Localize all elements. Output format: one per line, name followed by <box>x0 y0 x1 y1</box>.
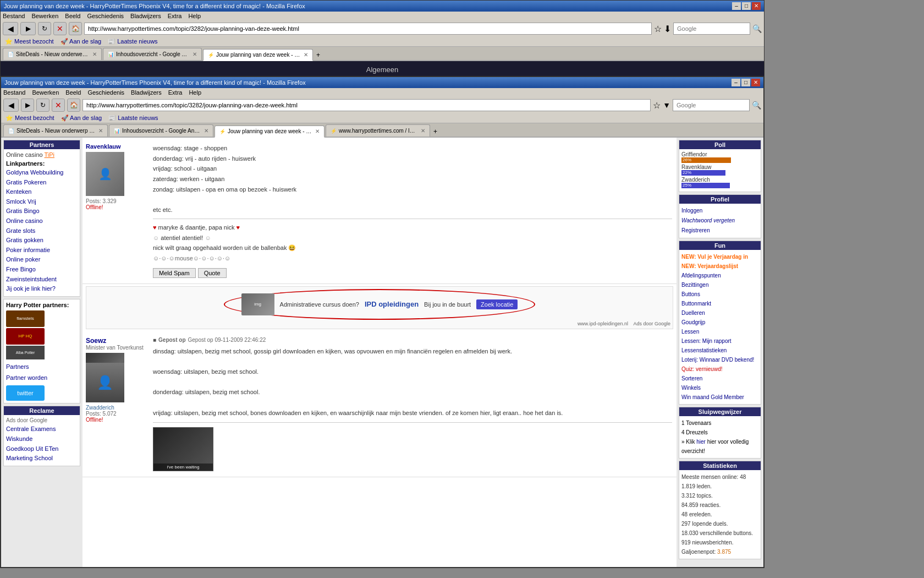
tab-hpt-close-bg[interactable]: ✕ <box>304 52 308 58</box>
menu-bestand-fg[interactable]: Bestand <box>3 89 25 96</box>
stop-btn-fg[interactable]: ✕ <box>52 99 65 112</box>
reload-btn[interactable]: ↻ <box>38 22 51 35</box>
bookmark-star-bg[interactable]: ☆ <box>654 24 662 34</box>
bookmark-aan-de-slag-bg[interactable]: 🚀 Aan de slag <box>61 38 102 45</box>
new-tab-btn-bg[interactable]: + <box>314 50 322 60</box>
reload-btn-fg[interactable]: ↻ <box>36 99 50 112</box>
minimize-btn[interactable]: – <box>732 79 740 86</box>
bookmark-laatste-nieuws-bg[interactable]: 📰 Laatste nieuws <box>108 38 157 45</box>
fun-afdelingspunten[interactable]: Afdelingspunten <box>681 271 758 280</box>
bookmark-meest-bezocht[interactable]: ⭐ Meest bezocht <box>6 114 54 122</box>
bg-minimize-btn[interactable]: – <box>732 2 741 10</box>
search-box-bg[interactable] <box>673 23 750 35</box>
bg-maximize-btn[interactable]: □ <box>742 2 751 10</box>
link-online-poker[interactable]: Online poker <box>6 255 78 265</box>
forward-btn-fg[interactable]: ▶ <box>21 99 34 112</box>
fun-quiz[interactable]: Quiz: vernieuwd! <box>681 364 758 374</box>
tab-analytics[interactable]: 📊 Inhoudsoverzicht - Google Analytics ✕ <box>109 124 213 137</box>
back-btn[interactable]: ◀ <box>3 22 18 35</box>
link-goedkoop[interactable]: Goedkoop Uit ETen <box>6 444 78 454</box>
stop-btn[interactable]: ✕ <box>53 22 67 35</box>
tab-hpt-bg[interactable]: ⚡ Jouw planning van deze week - H... ✕ <box>203 49 313 61</box>
wachtwoord-link[interactable]: Wachtwoord vergeten <box>681 216 758 226</box>
link-gratis-pokeren[interactable]: Gratis Pokeren <box>6 178 78 188</box>
bookmark-aan-de-slag[interactable]: 🚀 Aan de slag <box>61 114 102 122</box>
bookmark-star2-bg[interactable]: ⬇ <box>664 24 671 34</box>
link-poker-info[interactable]: Poker informatie <box>6 246 78 255</box>
new-tab-btn[interactable]: + <box>431 127 439 137</box>
menu-help[interactable]: Help <box>188 13 201 19</box>
search-box[interactable] <box>673 99 750 111</box>
link-gratis-bingo[interactable]: Gratis Bingo <box>6 206 78 216</box>
link-jij-ook[interactable]: Jij ook je link hier? <box>6 284 78 294</box>
fun-duelleren[interactable]: Duelleren <box>681 308 758 318</box>
home-btn-fg[interactable]: 🏠 <box>67 99 80 112</box>
slui-hier-link[interactable]: hier <box>696 439 706 445</box>
search-icon-bg[interactable]: 🔍 <box>752 24 762 33</box>
tab-analytics-close-bg[interactable]: ✕ <box>193 51 197 57</box>
link-kenteken[interactable]: Kenteken <box>6 187 78 197</box>
search-icon[interactable]: 🔍 <box>752 101 761 110</box>
ad-banner[interactable]: img Administratieve cursus doen? IPD opl… <box>224 289 536 320</box>
tab-localh[interactable]: ⚡ www.harrypottertimes.com / localh... ✕ <box>326 124 430 137</box>
menu-extra[interactable]: Extra <box>168 13 182 19</box>
tab-localh-close[interactable]: ✕ <box>421 128 425 134</box>
link-online-casino[interactable]: Online casino <box>6 216 78 226</box>
fun-winkels[interactable]: Winkels <box>681 383 758 392</box>
tab-analytics-bg[interactable]: 📊 Inhoudsoverzicht - Google Analytics ✕ <box>103 48 202 60</box>
link-zweinsteintstudent[interactable]: Zweinsteintstudent <box>6 275 78 285</box>
link-centrale-examens[interactable]: Centrale Examens <box>6 424 78 434</box>
menu-help-fg[interactable]: Help <box>189 89 201 96</box>
fun-new2[interactable]: NEW: Verjaardagslijst <box>681 261 758 271</box>
menu-geschiedenis-fg[interactable]: Geschiedenis <box>87 89 124 96</box>
bookmark-meest-bezocht-bg[interactable]: ⭐ Meest bezocht <box>5 38 54 45</box>
fun-buttonmarkt[interactable]: Buttonmarkt <box>681 299 758 308</box>
menu-beeld[interactable]: Beeld <box>65 13 80 19</box>
menu-bewerken[interactable]: Bewerken <box>31 13 58 19</box>
quote-btn[interactable]: Quote <box>198 268 227 278</box>
meld-spam-btn[interactable]: Meld Spam <box>153 268 196 278</box>
close-btn[interactable]: ✕ <box>751 79 760 86</box>
link-gratis-gokken[interactable]: Gratis gokken <box>6 236 78 246</box>
tab-sitedeals[interactable]: 📄 SiteDeals - Nieuw onderwerp posten ✕ <box>3 124 108 137</box>
back-btn-fg[interactable]: ◀ <box>3 99 19 112</box>
home-btn[interactable]: 🏠 <box>69 22 82 35</box>
bookmark-laatste-nieuws[interactable]: 📰 Laatste nieuws <box>108 114 158 122</box>
address-bar[interactable] <box>82 99 651 111</box>
fun-lessen[interactable]: Lessen <box>681 327 758 336</box>
fun-bezittingen[interactable]: Bezittingen <box>681 280 758 290</box>
address-bar-bg[interactable] <box>84 23 652 35</box>
link-goldyna[interactable]: Goldyna Webbuilding <box>6 168 78 178</box>
menu-extra-fg[interactable]: Extra <box>168 89 183 96</box>
tab-analytics-close[interactable]: ✕ <box>204 128 208 134</box>
flamstels-img[interactable]: flamstels <box>6 310 45 327</box>
menu-bladwijzers[interactable]: Bladwijzers <box>130 13 161 19</box>
bg-close-btn[interactable]: ✕ <box>752 2 761 10</box>
galjoen-link[interactable]: 3.875 <box>717 549 731 555</box>
menu-bladwijzers-fg[interactable]: Bladwijzers <box>131 89 162 96</box>
fun-goudgrijp[interactable]: Goudgrijp <box>681 318 758 327</box>
ad-zoek-btn[interactable]: Zoek locatie <box>476 299 518 309</box>
menu-beeld-fg[interactable]: Beeld <box>65 89 81 96</box>
partners-link[interactable]: Partners <box>6 362 78 373</box>
tab-hpt-close[interactable]: ✕ <box>315 128 320 134</box>
twitter-widget[interactable]: twitter <box>6 385 45 401</box>
menu-geschiedenis[interactable]: Geschiedenis <box>87 13 124 19</box>
tab-sitedeals-bg[interactable]: 📄 SiteDeals - Nieuw onderwerp posten ✕ <box>3 48 102 60</box>
forward-btn[interactable]: ▶ <box>20 22 36 35</box>
partner-worden-link[interactable]: Partner worden <box>6 373 78 384</box>
menu-bewerken-fg[interactable]: Bewerken <box>32 89 59 96</box>
bookmark-star[interactable]: ☆ <box>653 100 661 111</box>
fun-rapport[interactable]: Lessen: Mijn rapport <box>681 336 758 346</box>
link-free-bingo[interactable]: Free Bingo <box>6 265 78 275</box>
tab-hpt-active[interactable]: ⚡ Jouw planning van deze week - H... ✕ <box>215 126 324 138</box>
menu-bestand[interactable]: Bestand <box>3 13 25 19</box>
fun-lessenstat[interactable]: Lessenstatistieken <box>681 346 758 355</box>
dropdown-arrow[interactable]: ▼ <box>663 101 670 110</box>
registreren-link[interactable]: Registreren <box>681 226 758 236</box>
fun-sorteren[interactable]: Sorteren <box>681 374 758 383</box>
maximize-btn[interactable]: □ <box>741 79 750 86</box>
link-smlock[interactable]: Smlock Vrij <box>6 197 78 207</box>
fun-new1[interactable]: NEW: Vul je Verjaardag in <box>681 252 758 261</box>
alba-img[interactable]: Alba Potter <box>6 346 45 359</box>
